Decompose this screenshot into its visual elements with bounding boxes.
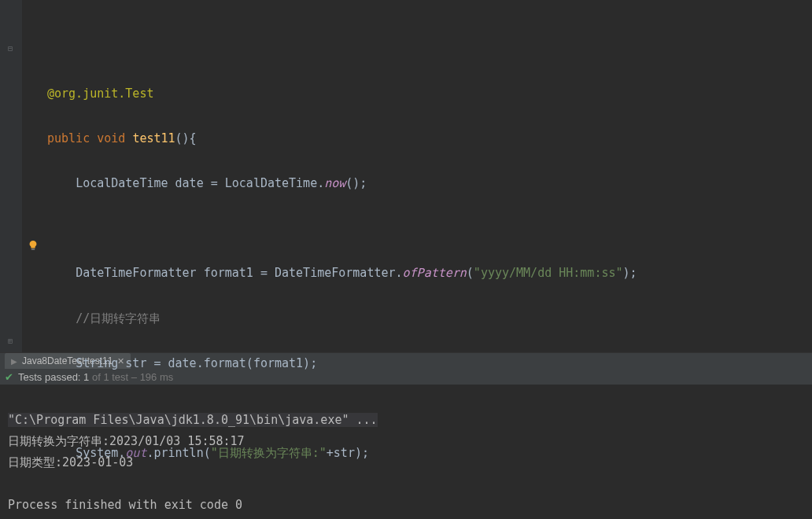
code-text: ( bbox=[467, 266, 474, 280]
comment-slashes: // bbox=[76, 311, 90, 326]
static-call: ofPattern bbox=[403, 266, 467, 280]
code-text: +str); bbox=[327, 446, 369, 460]
field-out: out bbox=[125, 446, 146, 460]
fold-end-marker-icon[interactable]: ⊞ bbox=[8, 337, 16, 344]
string-literal: "yyyy/MM/dd HH:mm:ss" bbox=[474, 266, 623, 280]
static-call: now bbox=[324, 176, 345, 190]
code-editor[interactable]: ⊟ ⊞ @org.junit.Test public void test11()… bbox=[0, 0, 812, 352]
code-text: ); bbox=[623, 266, 637, 280]
string-literal: "日期转换为字符串:" bbox=[211, 446, 327, 460]
console-blank bbox=[8, 477, 15, 491]
annotation: @org.junit.Test bbox=[47, 86, 153, 101]
code-text: String str = date.format(format1); bbox=[76, 356, 317, 370]
run-icon: ▶ bbox=[11, 357, 17, 366]
check-icon: ✔ bbox=[5, 371, 13, 383]
comment-text: 日期转字符串 bbox=[90, 311, 161, 326]
keyword-public: public bbox=[47, 131, 90, 145]
intention-bulb-icon[interactable] bbox=[28, 240, 39, 251]
svg-rect-0 bbox=[31, 248, 35, 249]
keyword-void: void bbox=[97, 131, 125, 145]
code-area[interactable]: @org.junit.Test public void test11(){ Lo… bbox=[22, 60, 812, 519]
fold-marker-icon[interactable]: ⊟ bbox=[8, 44, 16, 52]
code-text: DateTimeFormatter format1 = DateTimeForm… bbox=[76, 266, 402, 280]
code-text: .println( bbox=[146, 446, 210, 460]
code-text: (); bbox=[345, 176, 367, 190]
method-name: test11 bbox=[132, 131, 175, 145]
editor-gutter[interactable]: ⊟ ⊞ bbox=[0, 0, 22, 352]
code-text: System. bbox=[76, 446, 125, 460]
code-text: LocalDateTime date = LocalDateTime. bbox=[76, 176, 324, 190]
code-text: (){ bbox=[175, 131, 197, 145]
